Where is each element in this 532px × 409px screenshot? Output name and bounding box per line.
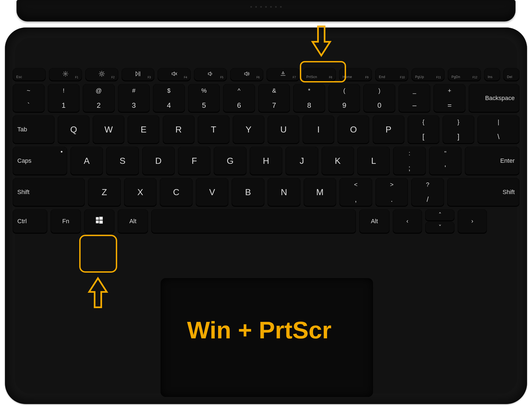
key-esc[interactable]: Esc bbox=[13, 68, 46, 81]
key-f2[interactable]: F2 bbox=[85, 68, 118, 81]
svg-rect-3 bbox=[99, 217, 103, 220]
key-enter[interactable]: Enter bbox=[465, 147, 519, 175]
key-bracket-r[interactable]: }] bbox=[443, 115, 474, 143]
key-g[interactable]: G bbox=[214, 147, 246, 175]
key-label: PgDn bbox=[451, 75, 460, 79]
key-8[interactable]: *8 bbox=[293, 84, 325, 112]
key-comma[interactable]: <, bbox=[339, 178, 372, 206]
key-v[interactable]: V bbox=[196, 178, 229, 206]
key-c[interactable]: C bbox=[160, 178, 193, 206]
key-s[interactable]: S bbox=[106, 147, 139, 175]
hinge-bar bbox=[17, 0, 515, 21]
key-r[interactable]: R bbox=[163, 115, 194, 143]
key-f6[interactable]: F6 bbox=[230, 68, 263, 81]
svg-point-0 bbox=[65, 73, 66, 75]
key-ins[interactable]: Ins bbox=[484, 68, 500, 81]
key-y[interactable]: Y bbox=[233, 115, 264, 143]
key-minus[interactable]: _– bbox=[399, 84, 430, 112]
key-alt-left[interactable]: Alt bbox=[118, 209, 148, 233]
key-1[interactable]: !1 bbox=[48, 84, 80, 112]
key-label: PrtScn bbox=[306, 75, 317, 79]
key-6[interactable]: ^6 bbox=[223, 84, 255, 112]
key-backslash[interactable]: |\ bbox=[478, 115, 519, 143]
key-period[interactable]: >. bbox=[375, 178, 408, 206]
key-slash[interactable]: ?/ bbox=[411, 178, 444, 206]
svg-point-1 bbox=[101, 73, 103, 75]
chevron-left-icon: ‹ bbox=[393, 218, 422, 225]
key-windows[interactable] bbox=[84, 209, 114, 233]
key-5[interactable]: %5 bbox=[188, 84, 220, 112]
key-h[interactable]: H bbox=[250, 147, 282, 175]
svg-rect-4 bbox=[96, 220, 99, 223]
key-capslock[interactable]: Caps bbox=[13, 147, 67, 175]
key-space[interactable] bbox=[151, 209, 356, 233]
chevron-up-icon: ˄ bbox=[426, 212, 454, 219]
key-m[interactable]: M bbox=[304, 178, 336, 206]
windows-logo-icon bbox=[84, 216, 114, 226]
key-f10[interactable]: EndF10 bbox=[375, 68, 408, 81]
key-e[interactable]: E bbox=[128, 115, 159, 143]
key-label: Backspace bbox=[485, 95, 515, 102]
key-arrow-up[interactable]: ˄ bbox=[425, 209, 454, 221]
key-f8[interactable]: PrtScnF8 bbox=[303, 68, 336, 81]
key-f3[interactable]: F3 bbox=[122, 68, 155, 81]
key-i[interactable]: I bbox=[303, 115, 334, 143]
key-u[interactable]: U bbox=[268, 115, 299, 143]
key-arrow-left[interactable]: ‹ bbox=[393, 209, 422, 233]
key-f1[interactable]: F1 bbox=[49, 68, 82, 81]
key-label: Home bbox=[343, 75, 352, 79]
key-f7[interactable]: F7 bbox=[267, 68, 300, 81]
key-semicolon[interactable]: :; bbox=[393, 147, 426, 175]
key-f[interactable]: F bbox=[178, 147, 210, 175]
key-label: Esc bbox=[16, 75, 22, 79]
key-f9[interactable]: HomeF9 bbox=[339, 68, 372, 81]
key-label: Del bbox=[507, 75, 512, 79]
key-ctrl[interactable]: Ctrl bbox=[13, 209, 47, 233]
key-k[interactable]: K bbox=[322, 147, 354, 175]
key-del[interactable]: Del bbox=[503, 68, 519, 81]
connector-dots bbox=[250, 6, 282, 8]
key-l[interactable]: L bbox=[357, 147, 390, 175]
chevron-down-icon: ˅ bbox=[426, 224, 454, 231]
key-n[interactable]: N bbox=[268, 178, 300, 206]
key-2[interactable]: @2 bbox=[83, 84, 115, 112]
key-q[interactable]: Q bbox=[58, 115, 89, 143]
key-7[interactable]: &7 bbox=[258, 84, 290, 112]
key-quote[interactable]: "' bbox=[429, 147, 462, 175]
key-b[interactable]: B bbox=[232, 178, 264, 206]
key-equals[interactable]: += bbox=[434, 84, 465, 112]
key-4[interactable]: $4 bbox=[153, 84, 185, 112]
key-backspace[interactable]: Backspace bbox=[469, 84, 519, 112]
key-alt-right[interactable]: Alt bbox=[359, 209, 390, 233]
key-d[interactable]: D bbox=[142, 147, 175, 175]
key-tilde[interactable]: ~` bbox=[13, 84, 45, 112]
svg-rect-5 bbox=[99, 220, 103, 223]
key-w[interactable]: W bbox=[93, 115, 124, 143]
key-bracket-l[interactable]: {[ bbox=[408, 115, 439, 143]
key-shift-left[interactable]: Shift bbox=[13, 178, 85, 206]
key-fn[interactable]: Fn bbox=[51, 209, 81, 233]
key-label: PgUp bbox=[415, 75, 424, 79]
key-a[interactable]: A bbox=[70, 147, 103, 175]
key-f11[interactable]: PgUpF11 bbox=[412, 68, 445, 81]
svg-rect-2 bbox=[96, 217, 99, 220]
key-arrow-down[interactable]: ˅ bbox=[425, 222, 454, 233]
key-3[interactable]: #3 bbox=[118, 84, 150, 112]
key-t[interactable]: T bbox=[198, 115, 229, 143]
key-9[interactable]: (9 bbox=[328, 84, 360, 112]
key-shift-right[interactable]: Shift bbox=[447, 178, 519, 206]
key-0[interactable]: )0 bbox=[363, 84, 395, 112]
key-p[interactable]: P bbox=[373, 115, 404, 143]
key-x[interactable]: X bbox=[124, 178, 157, 206]
key-o[interactable]: O bbox=[338, 115, 369, 143]
key-f4[interactable]: F4 bbox=[158, 68, 191, 81]
key-j[interactable]: J bbox=[286, 147, 318, 175]
key-f5[interactable]: F5 bbox=[194, 68, 227, 81]
key-tab[interactable]: Tab bbox=[13, 115, 54, 143]
key-f12[interactable]: PgDnF12 bbox=[448, 68, 481, 81]
key-arrow-right[interactable]: › bbox=[458, 209, 487, 233]
chevron-right-icon: › bbox=[458, 218, 487, 225]
key-z[interactable]: Z bbox=[88, 178, 121, 206]
key-label: Ins bbox=[488, 75, 493, 79]
key-label: End bbox=[379, 75, 385, 79]
